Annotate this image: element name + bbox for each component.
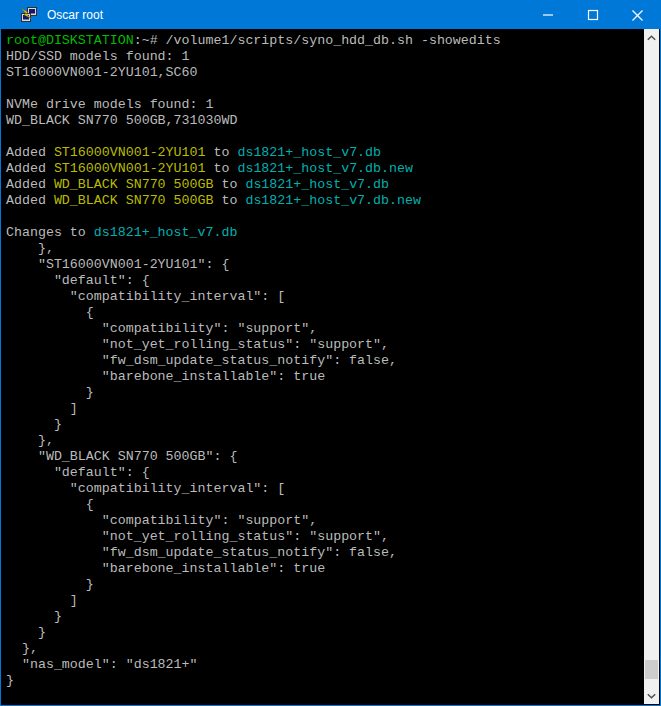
chevron-up-icon xyxy=(647,35,656,41)
terminal-line: Added WD_BLACK SN770 500GB to ds1821+_ho… xyxy=(6,193,644,209)
scrollbar-thumb[interactable] xyxy=(645,660,658,679)
terminal-text-segment: WD_BLACK SN770 500GB xyxy=(54,193,214,208)
terminal-line: }, xyxy=(6,241,644,257)
terminal-text-segment: { xyxy=(6,497,94,512)
terminal-line: "nas_model": "ds1821+" xyxy=(6,657,644,673)
terminal-text-segment: "ST16000VN001-2YU101": { xyxy=(6,257,229,272)
terminal-line: "barebone_installable": true xyxy=(6,369,644,385)
terminal-line: } xyxy=(6,673,644,689)
terminal-text-segment: Added xyxy=(6,145,54,160)
terminal-text-segment: "not_yet_rolling_status": "support", xyxy=(6,529,389,544)
close-icon xyxy=(631,9,644,22)
terminal-line: "compatibility_interval": [ xyxy=(6,289,644,305)
terminal-body[interactable]: root@DISKSTATION:~# /volume1/scripts/syn… xyxy=(2,29,644,704)
terminal-text-segment: "compatibility": "support", xyxy=(6,513,317,528)
terminal-line: Added WD_BLACK SN770 500GB to ds1821+_ho… xyxy=(6,177,644,193)
titlebar[interactable]: Oscar root xyxy=(1,1,660,29)
terminal-text-segment: "barebone_installable": true xyxy=(6,561,325,576)
terminal-line: "not_yet_rolling_status": "support", xyxy=(6,529,644,545)
terminal-line: "not_yet_rolling_status": "support", xyxy=(6,337,644,353)
terminal-line: "barebone_installable": true xyxy=(6,561,644,577)
terminal-text-segment: "compatibility": "support", xyxy=(6,321,317,336)
terminal-line xyxy=(6,209,644,225)
terminal-text-segment: "default": { xyxy=(6,273,150,288)
terminal-line: HDD/SSD models found: 1 xyxy=(6,49,644,65)
window-controls xyxy=(525,1,660,29)
putty-icon xyxy=(20,6,37,24)
terminal-text-segment: }, xyxy=(6,241,54,256)
terminal-line: "fw_dsm_update_status_notify": false, xyxy=(6,545,644,561)
terminal-text-segment: } xyxy=(6,577,94,592)
minimize-button[interactable] xyxy=(525,1,570,29)
terminal-text-segment: to xyxy=(206,161,238,176)
terminal-line: } xyxy=(6,385,644,401)
terminal-text-segment: } xyxy=(6,625,46,640)
terminal-text-segment: "fw_dsm_update_status_notify": false, xyxy=(6,353,397,368)
maximize-button[interactable] xyxy=(570,1,615,29)
terminal-text-segment: "not_yet_rolling_status": "support", xyxy=(6,337,389,352)
terminal-line: "WD_BLACK SN770 500GB": { xyxy=(6,449,644,465)
terminal-line: Added ST16000VN001-2YU101 to ds1821+_hos… xyxy=(6,161,644,177)
terminal-line: Added ST16000VN001-2YU101 to ds1821+_hos… xyxy=(6,145,644,161)
terminal-line: "default": { xyxy=(6,273,644,289)
terminal-line: "compatibility_interval": [ xyxy=(6,481,644,497)
terminal-text-segment: ST16000VN001-2YU101 xyxy=(54,161,206,176)
terminal-text-segment: }, xyxy=(6,641,38,656)
maximize-icon xyxy=(587,9,599,21)
chevron-down-icon xyxy=(647,693,656,699)
terminal-line: "compatibility": "support", xyxy=(6,321,644,337)
terminal-text-segment: to xyxy=(206,145,238,160)
terminal-line: "ST16000VN001-2YU101": { xyxy=(6,257,644,273)
terminal-line: ST16000VN001-2YU101,SC60 xyxy=(6,65,644,81)
terminal-text-segment: ds1821+_host_v7.db xyxy=(94,225,238,240)
scroll-up-button[interactable] xyxy=(644,29,659,46)
terminal-text-segment: "barebone_installable": true xyxy=(6,369,325,384)
terminal-text-segment: "fw_dsm_update_status_notify": false, xyxy=(6,545,397,560)
terminal-line: { xyxy=(6,497,644,513)
terminal-line: "default": { xyxy=(6,465,644,481)
terminal-text-segment: "compatibility_interval": [ xyxy=(6,289,285,304)
minimize-icon xyxy=(542,9,554,21)
terminal-text-segment: Added xyxy=(6,161,54,176)
terminal-line: } xyxy=(6,625,644,641)
terminal-text-segment: } xyxy=(6,385,94,400)
terminal-line: Changes to ds1821+_host_v7.db xyxy=(6,225,644,241)
terminal-text-segment: root@DISKSTATION xyxy=(6,33,134,48)
terminal-text-segment: } xyxy=(6,609,62,624)
terminal-text-segment: "compatibility_interval": [ xyxy=(6,481,285,496)
terminal-line: "fw_dsm_update_status_notify": false, xyxy=(6,353,644,369)
terminal-text-segment: } xyxy=(6,417,62,432)
terminal-text-segment: "nas_model": "ds1821+" xyxy=(6,657,198,672)
terminal-text-segment: NVMe drive models found: 1 xyxy=(6,97,213,112)
terminal-line: } xyxy=(6,417,644,433)
terminal-text-segment: ] xyxy=(6,593,78,608)
terminal-line: }, xyxy=(6,433,644,449)
terminal-text-segment: ST16000VN001-2YU101 xyxy=(54,145,206,160)
terminal-line: "compatibility": "support", xyxy=(6,513,644,529)
terminal-line xyxy=(6,129,644,145)
terminal-line: } xyxy=(6,577,644,593)
terminal-text-segment: ] xyxy=(6,401,78,416)
terminal-line xyxy=(6,81,644,97)
terminal-text-segment: to xyxy=(213,177,245,192)
terminal-line: { xyxy=(6,305,644,321)
terminal-line: } xyxy=(6,609,644,625)
terminal-text-segment: Added xyxy=(6,177,54,192)
terminal-line: ] xyxy=(6,593,644,609)
terminal-text-segment: ds1821+_host_v7.db.new xyxy=(237,161,413,176)
terminal-text-segment: }, xyxy=(6,433,54,448)
terminal-line: root@DISKSTATION:~# /volume1/scripts/syn… xyxy=(6,33,644,49)
putty-window: Oscar root root@DISKSTATION:~# /volume1/… xyxy=(0,0,661,706)
terminal-line: WD_BLACK SN770 500GB,731030WD xyxy=(6,113,644,129)
scrollbar[interactable] xyxy=(644,29,659,704)
close-button[interactable] xyxy=(615,1,660,29)
terminal-text-segment: Added xyxy=(6,193,54,208)
scroll-down-button[interactable] xyxy=(644,687,659,704)
terminal-text-segment: ds1821+_host_v7.db xyxy=(245,177,389,192)
terminal-line: ] xyxy=(6,401,644,417)
window-title: Oscar root xyxy=(47,8,525,22)
terminal-text-segment: to xyxy=(213,193,245,208)
terminal-text-segment: WD_BLACK SN770 500GB xyxy=(54,177,214,192)
terminal-text-segment: HDD/SSD models found: 1 xyxy=(6,49,190,64)
terminal-text-segment: ST16000VN001-2YU101,SC60 xyxy=(6,65,198,80)
